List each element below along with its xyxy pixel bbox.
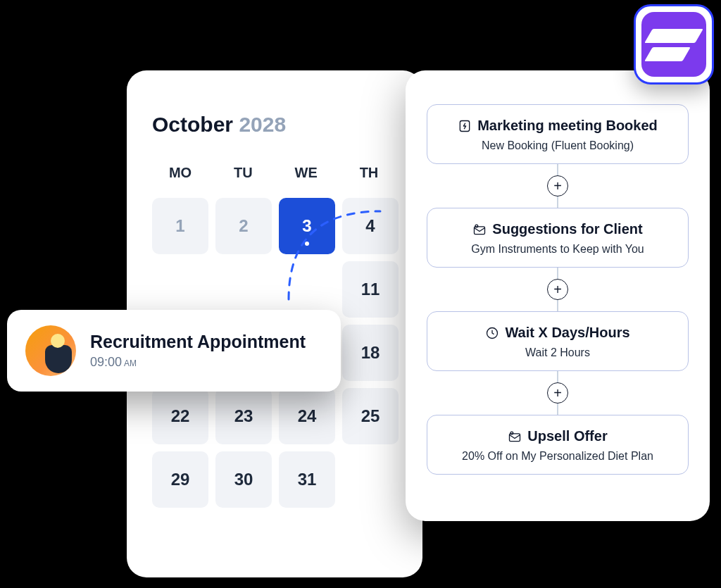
calendar-dow-row: MO TU WE TH [152,165,397,181]
calendar-year: 2028 [239,113,286,136]
flow-step[interactable]: Upsell Offer20% Off on My Personalized D… [427,415,689,475]
flow-step-title: Suggestions for Client [440,221,675,237]
bolt-icon [458,119,472,133]
calendar-day[interactable]: 24 [279,388,335,444]
calendar-day-empty [215,261,272,318]
calendar-day-empty [342,451,399,508]
calendar-day-empty [279,261,335,318]
flow-step-subtitle: New Booking (Fluent Booking) [440,139,675,152]
flow-connector [557,300,558,311]
svg-point-5 [510,432,513,434]
event-time-ampm: AM [124,358,137,368]
event-body: Recruitment Appointment 09:00AM [90,332,306,370]
calendar-day-empty [152,261,208,318]
calendar-day[interactable]: 2 [215,198,272,254]
event-title: Recruitment Appointment [90,332,306,352]
calendar-day[interactable]: 3 [279,198,335,254]
flow-connector [557,268,558,279]
calendar-day[interactable]: 29 [152,451,208,508]
svg-rect-1 [475,226,485,234]
dow-tu: TU [215,165,271,181]
app-logo-badge [634,4,714,85]
flow-connector [557,404,558,415]
flow-step-subtitle: Gym Instruments to Keep with You [440,243,675,256]
calendar-day[interactable]: 18 [342,325,399,381]
clock-icon [485,326,499,340]
flow-column: Marketing meeting BookedNew Booking (Flu… [427,104,689,475]
flow-step[interactable]: Marketing meeting BookedNew Booking (Flu… [427,104,689,164]
svg-point-2 [475,225,478,227]
calendar-day[interactable]: 11 [342,261,399,318]
mail-icon [508,430,522,444]
flow-step-title: Upsell Offer [440,428,675,444]
flow-step-subtitle: Wait 2 Hours [440,346,675,359]
flow-step[interactable]: Wait X Days/HoursWait 2 Hours [427,311,689,371]
flow-connector [557,164,558,175]
calendar-day[interactable]: 23 [215,388,272,444]
calendar-day[interactable]: 1 [152,198,208,254]
avatar [25,325,76,376]
calendar-month: October [152,113,233,136]
flow-connector [557,371,558,382]
dow-we: WE [278,165,334,181]
calendar-title: October 2028 [152,113,397,137]
add-step-button[interactable]: + [547,382,568,404]
dow-th: TH [341,165,397,181]
flow-connector [557,196,558,208]
flow-step-title: Wait X Days/Hours [440,325,675,341]
app-logo-icon [641,12,706,77]
calendar-day[interactable]: 25 [342,388,399,444]
calendar-day[interactable]: 4 [342,198,399,254]
mail-icon [472,223,487,237]
calendar-day[interactable]: 31 [279,451,335,508]
event-time-value: 09:00 [90,355,122,369]
event-time: 09:00AM [90,355,306,370]
svg-rect-4 [510,433,520,441]
flow-step[interactable]: Suggestions for ClientGym Instruments to… [427,208,689,268]
automation-flow-card: Marketing meeting BookedNew Booking (Flu… [406,70,710,521]
calendar-day[interactable]: 30 [215,451,272,508]
flow-step-title: Marketing meeting Booked [440,118,675,134]
calendar-day[interactable]: 22 [152,388,208,444]
event-card[interactable]: Recruitment Appointment 09:00AM [7,310,341,392]
flow-step-subtitle: 20% Off on My Personalized Diet Plan [440,450,675,463]
add-step-button[interactable]: + [547,175,568,196]
add-step-button[interactable]: + [547,279,568,300]
dow-mo: MO [152,165,208,181]
